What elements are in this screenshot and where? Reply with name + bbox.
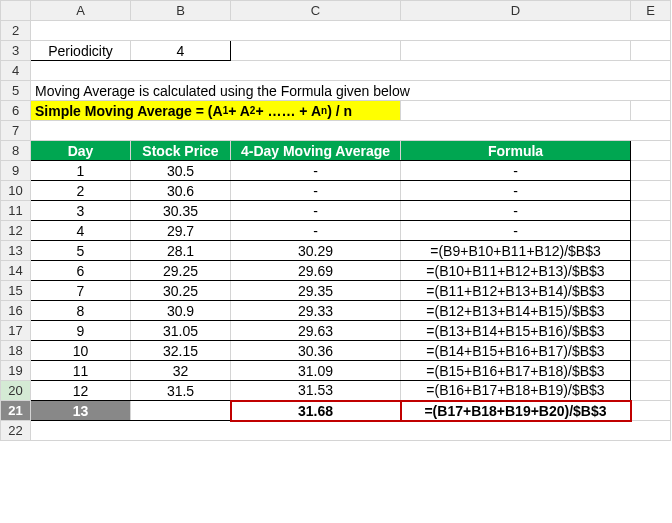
result-highlight-formula[interactable]: =(B17+B18+B19+B20)/$B$3 (401, 401, 631, 421)
row-header[interactable]: 2 (1, 21, 31, 41)
row-header[interactable]: 14 (1, 261, 31, 281)
row-header[interactable]: 11 (1, 201, 31, 221)
row-header[interactable]: 10 (1, 181, 31, 201)
cell-avg[interactable]: - (231, 161, 401, 181)
row-header[interactable]: 22 (1, 421, 31, 441)
cell-A21-selected[interactable]: 13 (31, 401, 131, 421)
row-header[interactable]: 17 (1, 321, 31, 341)
cell-A5[interactable]: Moving Average is calculated using the F… (31, 81, 671, 101)
row-header[interactable]: 16 (1, 301, 31, 321)
row-header[interactable]: 5 (1, 81, 31, 101)
col-header-A[interactable]: A (31, 1, 131, 21)
column-header-row: A B C D E (1, 1, 671, 21)
row-header[interactable]: 13 (1, 241, 31, 261)
cell-A3[interactable]: Periodicity (31, 41, 131, 61)
row-header[interactable]: 7 (1, 121, 31, 141)
row-header[interactable]: 18 (1, 341, 31, 361)
table-header-avg[interactable]: 4-Day Moving Average (231, 141, 401, 161)
cell-B3[interactable]: 4 (131, 41, 231, 61)
table-header-day[interactable]: Day (31, 141, 131, 161)
row-header[interactable]: 20 (1, 381, 31, 401)
cell-day[interactable]: 1 (31, 161, 131, 181)
spreadsheet-grid[interactable]: A B C D E 2 3 Periodicity 4 4 5 Moving A… (0, 0, 671, 441)
row-header[interactable]: 19 (1, 361, 31, 381)
formula-definition[interactable]: Simple Moving Average = (A1 + A2 + …… + … (31, 101, 401, 121)
cell-formula[interactable]: - (401, 161, 631, 181)
corner-cell[interactable] (1, 1, 31, 21)
row-header-selected[interactable]: 21 (1, 401, 31, 421)
col-header-C[interactable]: C (231, 1, 401, 21)
col-header-D[interactable]: D (401, 1, 631, 21)
table-header-formula[interactable]: Formula (401, 141, 631, 161)
row-header[interactable]: 4 (1, 61, 31, 81)
cell-price[interactable]: 30.5 (131, 161, 231, 181)
row-header[interactable]: 8 (1, 141, 31, 161)
col-header-B[interactable]: B (131, 1, 231, 21)
col-header-E[interactable]: E (631, 1, 671, 21)
row-header[interactable]: 12 (1, 221, 31, 241)
table-header-price[interactable]: Stock Price (131, 141, 231, 161)
result-highlight-avg[interactable]: 31.68 (231, 401, 401, 421)
row-header[interactable]: 15 (1, 281, 31, 301)
row-header[interactable]: 9 (1, 161, 31, 181)
row-header[interactable]: 3 (1, 41, 31, 61)
row-header[interactable]: 6 (1, 101, 31, 121)
